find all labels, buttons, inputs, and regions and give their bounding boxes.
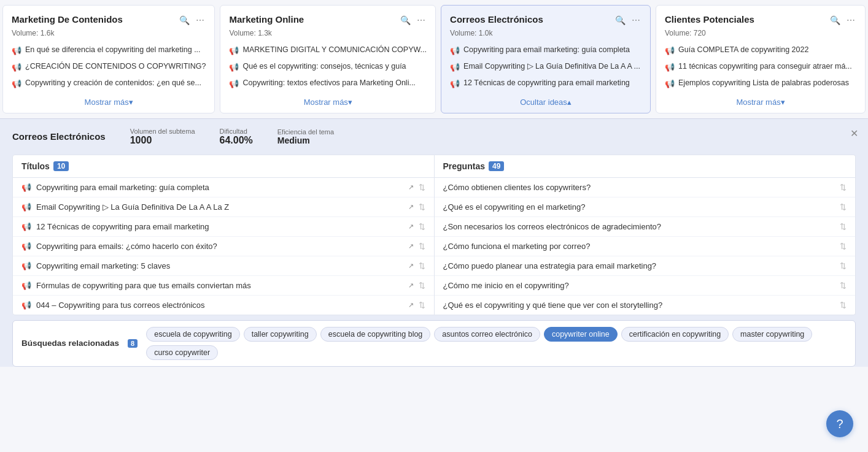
megaphone-icon: 📢 xyxy=(665,45,675,56)
column-marketing-contenidos: Marketing De Contenidos 🔍 ⋯ Volume: 1.6k… xyxy=(2,5,215,113)
question-text: ¿Qué es el copywriting y qué tiene que v… xyxy=(443,301,835,310)
column-items-list: 📢 Guía COMPLETA de copywriting 2022 📢 11… xyxy=(665,45,856,90)
column-volume: Volume: 1.6k xyxy=(12,29,206,37)
column-volume: Volume: 1.3k xyxy=(229,29,427,37)
show-more-link[interactable]: Mostrar más xyxy=(85,98,129,107)
sort-icon[interactable]: ⇅ xyxy=(840,281,847,290)
external-link-icon[interactable]: ↗ xyxy=(408,242,414,250)
column-header: Clientes Potenciales 🔍 ⋯ xyxy=(665,14,856,26)
search-icon[interactable]: 🔍 xyxy=(399,14,412,26)
column-marketing-online: Marketing Online 🔍 ⋯ Volume: 1.3k 📢 MARK… xyxy=(220,5,436,113)
item-text: Ejemplos copywriting Lista de palabras p… xyxy=(678,78,856,89)
title-text: 12 Técnicas de copywriting para email ma… xyxy=(36,222,402,231)
sort-icon[interactable]: ⇅ xyxy=(419,281,425,290)
sort-icon[interactable]: ⇅ xyxy=(840,242,847,251)
show-more[interactable]: Ocultar ideas ▴ xyxy=(450,98,641,107)
sort-icon[interactable]: ⇅ xyxy=(419,222,425,231)
title-row: 📢 Copywriting para emails: ¿cómo hacerlo… xyxy=(13,237,434,256)
sort-icon[interactable]: ⇅ xyxy=(840,202,847,212)
search-icon[interactable]: 🔍 xyxy=(614,14,627,26)
megaphone-icon: 📢 xyxy=(229,45,239,56)
questions-count: 49 xyxy=(489,161,504,171)
sort-icon[interactable]: ⇅ xyxy=(840,261,847,270)
list-item: 📢 Guía COMPLETA de copywriting 2022 xyxy=(665,45,856,56)
show-more[interactable]: Mostrar más ▾ xyxy=(229,98,427,107)
show-more-link[interactable]: Mostrar más xyxy=(736,98,780,107)
title-text: Email Copywriting ▷ La Guía Definitiva D… xyxy=(36,202,402,212)
sort-icon[interactable]: ⇅ xyxy=(419,301,425,310)
tag-copywriter-online[interactable]: copywriter online xyxy=(544,327,618,342)
sort-icon[interactable]: ⇅ xyxy=(840,301,847,310)
questions-panel-header: Preguntas 49 xyxy=(435,155,856,178)
megaphone-icon: 📢 xyxy=(21,301,31,310)
show-more[interactable]: Mostrar más ▾ xyxy=(665,98,856,107)
titles-questions-panels: Títulos 10 📢 Copywriting para email mark… xyxy=(12,155,856,315)
item-text: Qué es el copywriting: consejos, técnica… xyxy=(242,61,427,72)
external-link-icon[interactable]: ↗ xyxy=(408,223,414,231)
column-items-list: 📢 Copywriting para email marketing: guía… xyxy=(450,45,641,90)
megaphone-icon: 📢 xyxy=(229,79,239,90)
titles-label: Títulos xyxy=(21,161,50,171)
item-text: Copywriting: textos efectivos para Marke… xyxy=(242,78,427,89)
tag-escuela-blog[interactable]: escuela de copywriting blog xyxy=(320,327,431,342)
external-link-icon[interactable]: ↗ xyxy=(408,262,414,270)
list-item: 📢 Email Copywriting ▷ La Guía Definitiva… xyxy=(450,61,641,73)
external-link-icon[interactable]: ↗ xyxy=(408,282,414,289)
external-link-icon[interactable]: ↗ xyxy=(408,301,414,309)
close-button[interactable]: ✕ xyxy=(850,128,858,139)
search-icon[interactable]: 🔍 xyxy=(178,14,191,26)
tag-master-copywriting[interactable]: master copywriting xyxy=(732,327,812,342)
megaphone-icon: 📢 xyxy=(21,183,31,192)
show-more-link[interactable]: Ocultar ideas xyxy=(520,98,567,107)
question-text: ¿Cómo me inicio en el copywriting? xyxy=(443,281,835,290)
detail-panel: Correos Electrónicos Volumen del subtema… xyxy=(0,118,868,367)
search-icon[interactable]: 🔍 xyxy=(829,14,842,26)
column-volume: Volume: 720 xyxy=(665,29,856,37)
questions-label: Preguntas xyxy=(443,161,485,171)
sort-icon[interactable]: ⇅ xyxy=(419,183,425,192)
show-more-link[interactable]: Mostrar más xyxy=(304,98,348,107)
sort-icon[interactable]: ⇅ xyxy=(840,222,847,231)
questions-panel: Preguntas 49 ¿Cómo obtienen clientes los… xyxy=(435,155,856,315)
megaphone-icon: 📢 xyxy=(665,79,675,90)
sort-icon[interactable]: ⇅ xyxy=(419,261,425,270)
tag-asuntos-correo[interactable]: asuntos correo electrónico xyxy=(434,327,540,342)
sort-icon[interactable]: ⇅ xyxy=(419,242,425,251)
question-row: ¿Cómo obtienen clientes los copywriters?… xyxy=(435,178,856,197)
item-text: En qué se diferencia el copywriting del … xyxy=(25,45,206,56)
megaphone-icon: 📢 xyxy=(21,281,31,290)
tag-escuela-copywriting[interactable]: escuela de copywriting xyxy=(146,327,239,342)
column-items-list: 📢 MARKETING DIGITAL Y COMUNICACIÓN COPYW… xyxy=(229,45,427,90)
column-header: Correos Electrónicos 🔍 ⋯ xyxy=(450,14,641,26)
column-actions: 🔍 ⋯ xyxy=(614,14,641,26)
volume-stat: Volumen del subtema 1000 xyxy=(130,128,195,146)
external-link-icon[interactable]: ↗ xyxy=(408,183,414,191)
external-link-icon[interactable]: ↗ xyxy=(408,203,414,211)
list-item: 📢 ¿CREACIÓN DE CONTENIDOS O COPYWRITING? xyxy=(12,61,206,73)
more-icon[interactable]: ⋯ xyxy=(845,14,856,26)
show-more[interactable]: Mostrar más ▾ xyxy=(12,98,206,107)
tag-certificacion-copywriting[interactable]: certificación en copywriting xyxy=(621,327,729,342)
tag-taller-copywriting[interactable]: taller copywriting xyxy=(244,327,317,342)
question-text: ¿Cómo obtienen clientes los copywriters? xyxy=(443,183,835,192)
column-title: Marketing Online xyxy=(229,14,304,25)
list-item: 📢 Copywriting para email marketing: guía… xyxy=(450,45,641,56)
title-row: 📢 Copywriting email marketing: 5 claves … xyxy=(13,256,434,276)
column-items-list: 📢 En qué se diferencia el copywriting de… xyxy=(12,45,206,90)
item-text: 11 técnicas copywriting para conseguir a… xyxy=(678,61,856,72)
detail-header: Correos Electrónicos Volumen del subtema… xyxy=(12,128,856,146)
title-row: 📢 12 Técnicas de copywriting para email … xyxy=(13,217,434,237)
sort-icon[interactable]: ⇅ xyxy=(419,202,425,212)
more-icon[interactable]: ⋯ xyxy=(630,14,641,26)
list-item: 📢 MARKETING DIGITAL Y COMUNICACIÓN COPYW… xyxy=(229,45,427,56)
tag-curso-copywriter[interactable]: curso copywriter xyxy=(146,345,218,360)
sort-icon[interactable]: ⇅ xyxy=(840,183,847,192)
title-row: 📢 Fórmulas de copywriting para que tus e… xyxy=(13,276,434,296)
question-text: ¿Cómo funciona el marketing por correo? xyxy=(443,242,835,251)
volume-label: Volumen del subtema xyxy=(130,128,195,135)
more-icon[interactable]: ⋯ xyxy=(416,14,427,26)
titles-count: 10 xyxy=(53,161,69,171)
more-icon[interactable]: ⋯ xyxy=(195,14,206,26)
difficulty-label: Dificultad xyxy=(220,128,253,135)
column-actions: 🔍 ⋯ xyxy=(829,14,856,26)
